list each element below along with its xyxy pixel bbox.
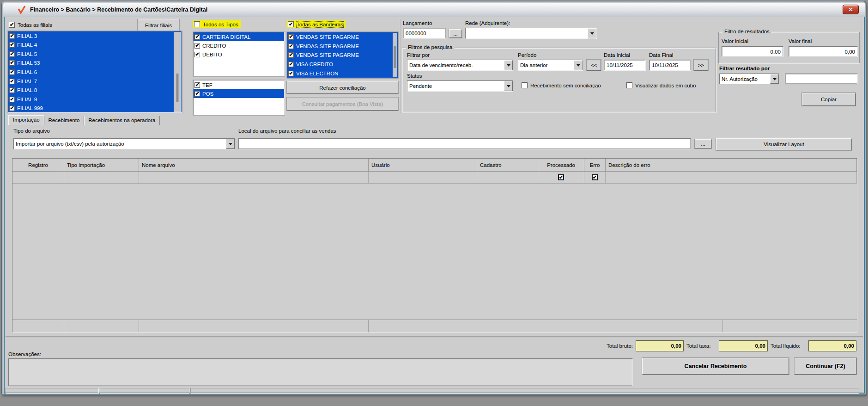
filtrar-por-combobox[interactable]: Data de vencimento/receb.	[407, 60, 513, 71]
checkbox-icon[interactable]	[194, 21, 200, 27]
modo-row[interactable]: POS	[194, 89, 284, 98]
filtrar-resultado-combobox[interactable]: Nr. Autorização	[719, 74, 779, 84]
all-filiais-checkbox[interactable]: Todas as filiais	[9, 22, 52, 28]
tipo-row[interactable]: CREDITO	[194, 41, 284, 50]
modo-row[interactable]: TEF	[194, 80, 284, 89]
column-header[interactable]: Registro	[12, 159, 64, 171]
column-header[interactable]: Descrição do erro	[606, 159, 857, 171]
column-header[interactable]: Cadastro	[477, 159, 538, 171]
filial-row[interactable]: FILIAL 6	[8, 68, 182, 77]
filial-row[interactable]: FILIAL 3	[8, 31, 182, 41]
local-browse-button[interactable]: ...	[695, 139, 711, 148]
filiais-list[interactable]: FILIAL 3FILIAL 4FILIAL 5FILIAL 53FILIAL …	[8, 31, 182, 113]
erro-checkbox-icon[interactable]	[592, 174, 598, 180]
checkbox-icon[interactable]	[194, 52, 200, 57]
cancelar-recebimento-button[interactable]: Cancelar Recebimento	[642, 358, 789, 375]
next-period-button[interactable]: >>	[694, 60, 708, 71]
table-row[interactable]	[12, 172, 857, 184]
filial-row[interactable]: FILIAL 53	[8, 59, 182, 68]
checkbox-icon[interactable]	[9, 97, 15, 102]
tipos-list[interactable]: CARTEIRA DIGITALCREDITODEBITO	[193, 32, 285, 76]
filial-row[interactable]: FILIAL 4	[8, 41, 182, 50]
vertical-scrollbar[interactable]	[174, 32, 181, 112]
checkbox-icon[interactable]	[9, 105, 15, 111]
valor-inicial-input[interactable]: 0,00	[722, 46, 783, 57]
tipo-row[interactable]: DEBITO	[194, 50, 284, 59]
checkbox-icon[interactable]	[9, 22, 15, 28]
close-button[interactable]: ✕	[843, 5, 859, 14]
previous-period-button[interactable]: <<	[587, 60, 601, 71]
continuar-button[interactable]: Continuar (F2)	[795, 358, 856, 375]
chevron-down-icon[interactable]	[226, 139, 235, 149]
chevron-down-icon[interactable]	[504, 81, 513, 91]
checkbox-icon[interactable]	[522, 82, 528, 88]
copiar-button[interactable]: Copiar	[802, 93, 856, 106]
modos-list[interactable]: TEFPOS	[193, 80, 285, 115]
checkbox-icon[interactable]	[9, 51, 15, 57]
checkbox-icon[interactable]	[9, 60, 15, 66]
bandeira-row[interactable]: VISA ELECTRON	[287, 69, 398, 78]
filial-row[interactable]: FILIAL 999	[8, 104, 182, 113]
checkbox-icon[interactable]	[194, 43, 200, 49]
filial-row[interactable]: FILIAL 8	[8, 86, 182, 95]
checkbox-icon[interactable]	[194, 82, 200, 88]
status-combobox[interactable]: Pendente	[407, 80, 513, 92]
bandeira-row[interactable]: VENDAS SITE PAGARME	[287, 42, 398, 51]
filial-row[interactable]: FILIAL 5	[8, 49, 182, 59]
column-header[interactable]: Tipo importação	[64, 159, 139, 171]
bandeira-row[interactable]: VENDAS SITE PAGARME	[287, 32, 398, 42]
checkbox-icon[interactable]	[288, 21, 294, 27]
rede-combobox[interactable]	[465, 28, 597, 39]
valor-final-input[interactable]: 0,00	[789, 46, 858, 57]
sem-conciliacao-checkbox[interactable]: Recebimento sem conciliação	[522, 82, 601, 88]
lancamento-browse-button[interactable]: ...	[449, 29, 462, 38]
vertical-scrollbar[interactable]	[393, 33, 397, 77]
column-header[interactable]: Processado	[538, 159, 584, 171]
bandeira-row[interactable]: VISA CREDITO	[287, 60, 398, 69]
filtrar-resultado-input[interactable]	[785, 74, 858, 84]
tab-importacao[interactable]: Importação	[8, 115, 44, 125]
filtrar-filiais-button[interactable]: Filtrar filiais	[138, 19, 179, 31]
scrollbar-thumb[interactable]	[176, 74, 179, 102]
local-arquivo-input[interactable]	[238, 138, 691, 149]
todas-bandeiras-checkbox[interactable]: Todas as Bandeiras	[287, 20, 346, 28]
checkbox-icon[interactable]	[626, 82, 632, 88]
checkbox-icon[interactable]	[194, 91, 200, 97]
checkbox-icon[interactable]	[288, 43, 294, 49]
scrollbar-thumb[interactable]	[394, 46, 396, 68]
periodo-combobox[interactable]: Dia anterior	[518, 60, 583, 71]
column-header[interactable]: Erro	[584, 159, 606, 171]
visualizar-layout-button[interactable]: Visualizar Layout	[716, 138, 852, 150]
filial-row[interactable]: FILIAL 7	[8, 77, 182, 86]
checkbox-icon[interactable]	[194, 34, 200, 40]
checkbox-icon[interactable]	[9, 42, 15, 48]
checkbox-icon[interactable]	[288, 34, 294, 40]
dados-cubo-checkbox[interactable]: Visualizar dados em cubo	[626, 82, 696, 88]
bandeiras-list[interactable]: VENDAS SITE PAGARMEVENDAS SITE PAGARMEVE…	[287, 32, 398, 78]
refazer-conciliacao-button[interactable]: Refazer conciliação	[287, 81, 398, 94]
tipo-row[interactable]: CARTEIRA DIGITAL	[194, 32, 284, 41]
chevron-down-icon[interactable]	[574, 60, 583, 70]
import-table[interactable]: Registro Tipo importação Nome arquivo Us…	[12, 158, 857, 333]
chevron-down-icon[interactable]	[504, 60, 513, 70]
todos-tipos-checkbox[interactable]: Todos os Tipos	[193, 20, 241, 28]
observacoes-input[interactable]	[8, 358, 633, 386]
checkbox-icon[interactable]	[9, 87, 15, 93]
data-final-input[interactable]: 10/11/2025	[649, 60, 691, 71]
checkbox-icon[interactable]	[9, 69, 15, 75]
processado-checkbox-icon[interactable]	[558, 174, 564, 180]
tipo-arquivo-combobox[interactable]: Importar por arquivo (txt/csv) pela auto…	[13, 138, 235, 149]
checkbox-icon[interactable]	[9, 33, 15, 39]
column-header[interactable]: Nome arquivo	[139, 159, 369, 171]
filial-row[interactable]: FILIAL 9	[8, 95, 182, 104]
chevron-down-icon[interactable]	[770, 74, 779, 84]
lancamento-input[interactable]: 0000000	[403, 28, 446, 39]
tab-recebimento[interactable]: Recebimento	[44, 116, 85, 125]
checkbox-icon[interactable]	[288, 71, 294, 76]
tab-recebimentos-operadora[interactable]: Recebimentos na operadora	[84, 116, 160, 125]
data-inicial-input[interactable]: 10/11/2025	[604, 60, 646, 71]
chevron-down-icon[interactable]	[588, 28, 596, 38]
checkbox-icon[interactable]	[288, 62, 294, 67]
bandeira-row[interactable]: VENDAS SITE PAGARME	[287, 51, 398, 60]
titlebar[interactable]: Financeiro > Bancário > Recebimento de C…	[3, 3, 865, 17]
